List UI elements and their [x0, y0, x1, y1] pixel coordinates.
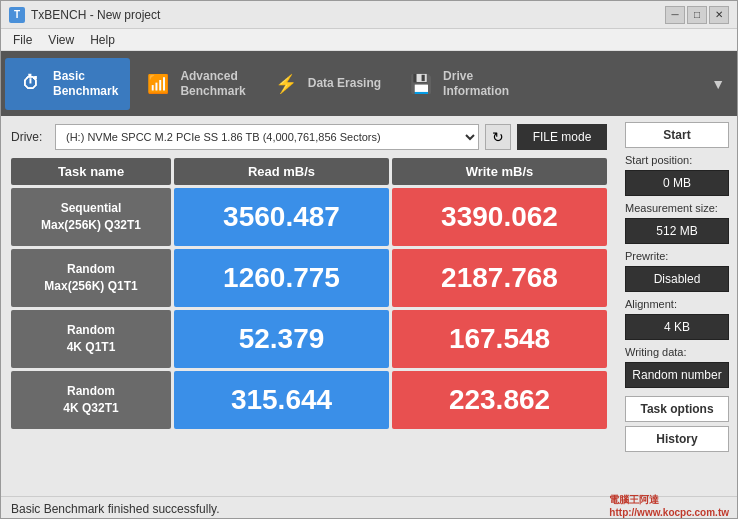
site-logo: 電腦王阿達 http://www.kocpc.com.tw — [609, 493, 729, 518]
start-position-value[interactable]: 0 MB — [625, 170, 729, 196]
table-row: RandomMax(256K) Q1T1 1260.775 2187.768 — [11, 249, 607, 307]
close-button[interactable]: ✕ — [709, 6, 729, 24]
main-content: Drive: (H:) NVMe SPCC M.2 PCIe SS 1.86 T… — [1, 116, 737, 496]
write-value-0: 3390.062 — [392, 188, 607, 246]
drive-bar: Drive: (H:) NVMe SPCC M.2 PCIe SS 1.86 T… — [11, 124, 607, 150]
menu-help[interactable]: Help — [82, 31, 123, 49]
menu-view[interactable]: View — [40, 31, 82, 49]
start-button[interactable]: Start — [625, 122, 729, 148]
task-name-3: Random4K Q32T1 — [11, 371, 171, 429]
advanced-benchmark-icon: 📶 — [144, 70, 172, 98]
measurement-size-value[interactable]: 512 MB — [625, 218, 729, 244]
tab-advanced-benchmark[interactable]: 📶 AdvancedBenchmark — [132, 58, 257, 110]
window-title: TxBENCH - New project — [31, 8, 665, 22]
tab-dropdown-arrow[interactable]: ▼ — [703, 51, 733, 116]
start-position-label: Start position: — [625, 154, 729, 166]
task-name-2: Random4K Q1T1 — [11, 310, 171, 368]
table-row: Random4K Q32T1 315.644 223.862 — [11, 371, 607, 429]
write-value-3: 223.862 — [392, 371, 607, 429]
tab-drive-information[interactable]: 💾 DriveInformation — [395, 58, 521, 110]
main-panel: Drive: (H:) NVMe SPCC M.2 PCIe SS 1.86 T… — [1, 116, 617, 496]
title-bar: T TxBENCH - New project ─ □ ✕ — [1, 1, 737, 29]
read-value-0: 3560.487 — [174, 188, 389, 246]
alignment-label: Alignment: — [625, 298, 729, 310]
tab-advanced-label: AdvancedBenchmark — [180, 69, 245, 98]
table-row: SequentialMax(256K) Q32T1 3560.487 3390.… — [11, 188, 607, 246]
menu-file[interactable]: File — [5, 31, 40, 49]
write-value-2: 167.548 — [392, 310, 607, 368]
task-options-button[interactable]: Task options — [625, 396, 729, 422]
menu-bar: File View Help — [1, 29, 737, 51]
status-text: Basic Benchmark finished successfully. — [11, 502, 220, 516]
table-header: Task name Read mB/s Write mB/s — [11, 158, 607, 185]
prewrite-value[interactable]: Disabled — [625, 266, 729, 292]
read-value-1: 1260.775 — [174, 249, 389, 307]
data-erasing-icon: ⚡ — [272, 70, 300, 98]
prewrite-label: Prewrite: — [625, 250, 729, 262]
writing-data-label: Writing data: — [625, 346, 729, 358]
app-icon: T — [9, 7, 25, 23]
window-controls: ─ □ ✕ — [665, 6, 729, 24]
drive-info-icon: 💾 — [407, 70, 435, 98]
minimize-button[interactable]: ─ — [665, 6, 685, 24]
read-value-3: 315.644 — [174, 371, 389, 429]
drive-label: Drive: — [11, 130, 49, 144]
maximize-button[interactable]: □ — [687, 6, 707, 24]
header-task-name: Task name — [11, 158, 171, 185]
tab-basic-label: BasicBenchmark — [53, 69, 118, 98]
header-read: Read mB/s — [174, 158, 389, 185]
header-write: Write mB/s — [392, 158, 607, 185]
read-value-2: 52.379 — [174, 310, 389, 368]
writing-data-value[interactable]: Random number — [625, 362, 729, 388]
task-name-1: RandomMax(256K) Q1T1 — [11, 249, 171, 307]
tab-erasing-label: Data Erasing — [308, 76, 381, 90]
measurement-size-label: Measurement size: — [625, 202, 729, 214]
tab-basic-benchmark[interactable]: ⏱ BasicBenchmark — [5, 58, 130, 110]
table-row: Random4K Q1T1 52.379 167.548 — [11, 310, 607, 368]
basic-benchmark-icon: ⏱ — [17, 70, 45, 98]
history-button[interactable]: History — [625, 426, 729, 452]
website-url: http://www.kocpc.com.tw — [609, 507, 729, 518]
task-name-0: SequentialMax(256K) Q32T1 — [11, 188, 171, 246]
tab-bar: ⏱ BasicBenchmark 📶 AdvancedBenchmark ⚡ D… — [1, 51, 737, 116]
status-bar: Basic Benchmark finished successfully. 電… — [1, 496, 737, 519]
right-panel: Start Start position: 0 MB Measurement s… — [617, 116, 737, 496]
alignment-value[interactable]: 4 KB — [625, 314, 729, 340]
tab-data-erasing[interactable]: ⚡ Data Erasing — [260, 58, 393, 110]
drive-select[interactable]: (H:) NVMe SPCC M.2 PCIe SS 1.86 TB (4,00… — [55, 124, 479, 150]
write-value-1: 2187.768 — [392, 249, 607, 307]
drive-refresh-button[interactable]: ↻ — [485, 124, 511, 150]
file-mode-button[interactable]: FILE mode — [517, 124, 607, 150]
tab-drive-label: DriveInformation — [443, 69, 509, 98]
logo-text: 電腦王阿達 — [609, 494, 659, 505]
